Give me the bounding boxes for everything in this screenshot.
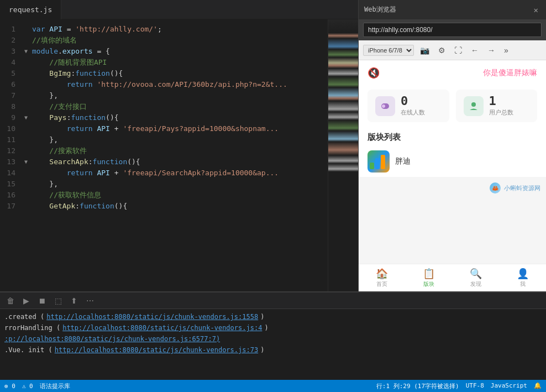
line-number: 8 [0, 101, 15, 112]
forward-button[interactable]: → [485, 45, 498, 56]
forum-icon [368, 150, 390, 173]
user-stat-info: 1 用户总数 [489, 95, 513, 117]
app-stats: 0 在线人数 1 用户总数 [359, 85, 546, 127]
code-line: }, [24, 134, 328, 145]
browser-close-button[interactable]: ✕ [532, 4, 540, 15]
fold-icon[interactable]: ▼ [24, 112, 32, 123]
line-number: 12 [0, 145, 15, 156]
console-link[interactable]: http://localhost:8080/static/js/chunk-ve… [46, 311, 258, 322]
status-warnings: ⚠ 0 [22, 383, 33, 390]
fold-icon[interactable]: ▼ [24, 46, 32, 57]
code-line: ▼ Pays:function(){ [24, 112, 328, 123]
line-number: 10 [0, 123, 15, 134]
forum-name: 胖迪 [395, 156, 411, 166]
line-numbers: 1234567891011121314151617 [0, 19, 20, 291]
bottom-nav-item[interactable]: 🔍发现 [453, 268, 500, 288]
status-errors: ⊗ 0 [4, 383, 15, 390]
bottom-nav-icon-2: 🔍 [470, 268, 482, 279]
code-line: }, [24, 179, 328, 190]
console-line: rrorHandling (http://localhost:8080/stat… [4, 322, 542, 333]
editor-content: 1234567891011121314151617 var API = 'htt… [0, 19, 358, 291]
more-button[interactable]: » [501, 45, 511, 56]
line-number: 4 [0, 57, 15, 68]
section-title: 版块列表 [359, 127, 546, 146]
code-line: //随机背景图API [24, 57, 328, 68]
editor-tab[interactable]: request.js [0, 0, 61, 19]
line-number: 17 [0, 201, 15, 212]
console-output: .created (http://localhost:8080/static/j… [0, 309, 546, 380]
svg-rect-4 [375, 158, 380, 169]
console-expand-button[interactable]: ⬆ [69, 295, 80, 306]
online-count: 0 [401, 95, 425, 107]
status-bar: ⊗ 0 ⚠ 0 语法提示库 行:1 列:29 (17字符被选择) UTF-8 J… [0, 380, 546, 392]
code-line: return API + 'freeapi/Pays?appid=10000&s… [24, 123, 328, 134]
console-stop-button[interactable]: ⏹ [36, 295, 48, 306]
bottom-nav-label-0: 首页 [376, 280, 387, 288]
user-icon [464, 96, 484, 116]
online-stat-info: 0 在线人数 [401, 95, 425, 117]
status-right: 行:1 列:29 (17字符被选择) UTF-8 JavaScript 🔔 [376, 382, 542, 390]
browser-tab-title: Web浏览器 [364, 5, 527, 14]
minimap-content [328, 19, 358, 291]
back-button[interactable]: ← [468, 45, 481, 56]
app-greeting: 你是傻逼胖婊嘛 [483, 68, 537, 78]
console-wrap-button[interactable]: ⬚ [53, 295, 64, 306]
status-position: 行:1 列:29 (17字符被选择) [376, 382, 459, 390]
bottom-nav-item[interactable]: 👤我 [499, 268, 546, 288]
console-link[interactable]: http://localhost:8080/static/js/chunk-ve… [62, 322, 262, 333]
console-link[interactable]: http://localhost:8080/static/js/chunk-ve… [55, 344, 258, 356]
device-selector[interactable]: iPhone 6/7/8 [363, 45, 414, 56]
console-more-button[interactable]: ⋯ [84, 295, 96, 306]
user-stat-card: 1 用户总数 [456, 90, 538, 122]
screenshot-button[interactable]: 📷 [417, 45, 432, 56]
console-clear-button[interactable]: 🗑 [4, 295, 17, 306]
watermark-text: 小蝌蚪资源网 [504, 184, 540, 192]
svg-rect-5 [381, 155, 385, 169]
code-line: //搜索软件 [24, 145, 328, 156]
line-number: 13 [0, 156, 15, 168]
bottom-nav-icon-1: 📋 [423, 268, 435, 279]
forum-item[interactable]: 胖迪 [359, 146, 546, 177]
fullscreen-button[interactable]: ⛶ [452, 45, 465, 56]
line-number: 2 [0, 35, 15, 46]
console-play-button[interactable]: ▶ [21, 295, 32, 306]
status-language: JavaScript [491, 382, 527, 390]
console-link-only[interactable]: :p://localhost:8080/static/js/chunk-vend… [4, 333, 220, 344]
console-prefix: rrorHandling ( [4, 322, 60, 333]
bottom-nav-item[interactable]: 🏠首页 [359, 268, 406, 288]
code-area[interactable]: var API = 'http://ahlly.com/';//填你的域名▼mo… [20, 19, 328, 291]
line-number: 16 [0, 190, 15, 201]
browser-viewport: 🔇 你是傻逼胖婊嘛 0 在线人数 [359, 60, 546, 291]
code-line: //获取软件信息 [24, 190, 328, 201]
fold-icon[interactable]: ▼ [24, 156, 32, 168]
bottom-nav-label-3: 我 [520, 280, 526, 288]
code-line: return 'http://ovooa.com/API/360bz/api.p… [24, 79, 328, 90]
code-line: var API = 'http://ahlly.com/'; [24, 24, 328, 35]
svg-point-2 [471, 102, 476, 107]
svg-rect-3 [370, 163, 374, 169]
online-stat-card: 0 在线人数 [368, 90, 449, 122]
line-number: 9 [0, 112, 15, 123]
bottom-nav-label-2: 发现 [470, 280, 481, 288]
console-prefix: .created ( [4, 311, 44, 322]
settings-button[interactable]: ⚙ [435, 45, 448, 56]
code-line: BgImg:function(){ [24, 68, 328, 79]
line-number: 14 [0, 168, 15, 179]
browser-url-input[interactable] [363, 23, 542, 37]
line-number: 1 [0, 24, 15, 35]
browser-panel: Web浏览器 ✕ iPhone 6/7/8 📷 ⚙ ⛶ ← → » 🔇 你是傻逼… [358, 0, 546, 291]
bottom-nav-icon-0: 🏠 [376, 268, 388, 279]
status-encoding: UTF-8 [466, 382, 484, 390]
editor-tab-bar: request.js [0, 0, 358, 19]
line-number: 5 [0, 68, 15, 79]
console-toolbar: 🗑 ▶ ⏹ ⬚ ⬆ ⋯ [0, 292, 546, 309]
console-line: :p://localhost:8080/static/js/chunk-vend… [4, 333, 542, 344]
code-line: GetApk:function(){ [24, 201, 328, 212]
status-hint[interactable]: 语法提示库 [40, 382, 70, 390]
line-number: 15 [0, 179, 15, 190]
console-line: .created (http://localhost:8080/static/j… [4, 311, 542, 322]
console-panel: 🗑 ▶ ⏹ ⬚ ⬆ ⋯ .created (http://localhost:8… [0, 291, 546, 380]
editor-panel: request.js 1234567891011121314151617 var… [0, 0, 358, 291]
bottom-nav-item[interactable]: 📋版块 [406, 268, 453, 288]
browser-topbar: Web浏览器 ✕ [359, 0, 546, 19]
